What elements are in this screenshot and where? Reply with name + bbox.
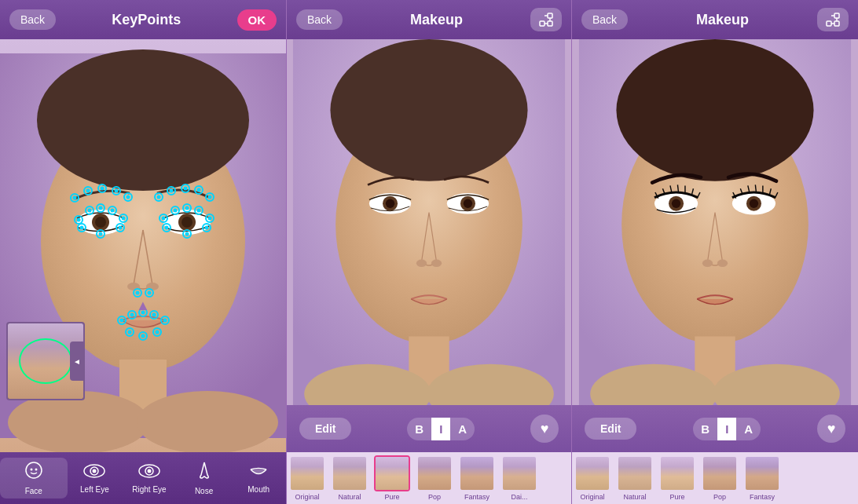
svg-point-37 xyxy=(197,209,201,213)
nav-label-left-eye: Left Eye xyxy=(80,485,109,494)
left-eye-icon xyxy=(83,462,105,483)
svg-point-65 xyxy=(148,291,152,295)
svg-point-94 xyxy=(147,469,151,473)
svg-point-49 xyxy=(130,313,134,317)
preset-pop-label-1: Pop xyxy=(428,493,441,501)
svg-line-143 xyxy=(755,184,756,192)
svg-point-11 xyxy=(182,217,192,228)
svg-point-53 xyxy=(152,313,156,317)
preset-pop-thumb-2 xyxy=(702,455,738,491)
nav-item-mouth[interactable]: Mouth xyxy=(231,462,286,494)
preset-pure-label-2: Pure xyxy=(669,493,684,501)
svg-point-67 xyxy=(73,196,77,200)
makeup-2-heart-button[interactable]: ♥ xyxy=(817,415,845,443)
svg-point-41 xyxy=(165,226,169,230)
makeup-2-share-button[interactable] xyxy=(817,8,849,31)
preset-fantasy-label-2: Fantasy xyxy=(750,493,775,501)
svg-rect-95 xyxy=(540,21,544,26)
preset-natural-thumb-1 xyxy=(332,455,368,491)
svg-point-57 xyxy=(128,331,132,334)
svg-point-35 xyxy=(185,206,189,210)
makeup-2-edit-button[interactable]: Edit xyxy=(585,418,636,440)
makeup-1-edit-button[interactable]: Edit xyxy=(299,418,351,440)
preset-original-1[interactable]: Original xyxy=(287,455,328,501)
preset-fantasy-thumb-2 xyxy=(744,455,780,491)
svg-rect-96 xyxy=(548,13,552,18)
keypoints-ok-button[interactable]: OK xyxy=(237,9,277,31)
keypoints-image-area: ◄ ▲ xyxy=(0,39,286,452)
preset-daily-label-1: Dai... xyxy=(511,493,527,501)
nav-item-face[interactable]: Face xyxy=(0,458,68,499)
svg-point-83 xyxy=(197,188,201,192)
preset-original-2[interactable]: Original xyxy=(572,455,613,501)
svg-point-61 xyxy=(156,331,160,334)
keypoints-back-button[interactable]: Back xyxy=(9,9,56,30)
makeup-1-heart-button[interactable]: ♥ xyxy=(530,415,559,443)
preset-original-img-1 xyxy=(291,457,324,490)
nav-item-left-eye[interactable]: Left Eye xyxy=(68,462,123,494)
preset-pop-label-2: Pop xyxy=(713,493,726,501)
preset-pure-thumb-2 xyxy=(659,455,695,491)
makeup-2-a-button[interactable]: A xyxy=(736,418,761,440)
makeup-1-bia-group: B I A xyxy=(407,418,475,440)
makeup-1-share-button[interactable] xyxy=(530,8,562,31)
svg-point-75 xyxy=(126,195,130,199)
makeup-2-back-button[interactable]: Back xyxy=(581,9,628,30)
svg-point-23 xyxy=(122,217,126,221)
makeup-1-a-button[interactable]: A xyxy=(450,418,475,440)
preset-pure-2[interactable]: Pure xyxy=(657,455,698,501)
preset-original-thumb-1 xyxy=(289,455,325,491)
makeup-1-presets-strip: Original Natural Pure Pop Fantasy xyxy=(287,452,571,504)
svg-point-114 xyxy=(431,260,442,268)
svg-point-15 xyxy=(77,218,81,222)
preset-pop-img-1 xyxy=(418,457,451,490)
preset-natural-thumb-2 xyxy=(617,455,653,491)
nav-item-right-eye[interactable]: Right Eye xyxy=(122,462,177,494)
keypoints-panel: Back KeyPoints OK xyxy=(0,0,286,504)
svg-point-25 xyxy=(80,226,84,230)
svg-point-88 xyxy=(35,469,37,471)
preset-fantasy-2[interactable]: Fantasy xyxy=(742,455,783,501)
makeup-2-b-button[interactable]: B xyxy=(693,418,717,440)
preset-natural-2[interactable]: Natural xyxy=(614,455,655,501)
right-eye-icon xyxy=(138,462,160,483)
svg-point-8 xyxy=(95,217,106,228)
face-thumbnail[interactable]: ◄ xyxy=(6,322,85,400)
preset-natural-1[interactable]: Natural xyxy=(329,455,370,501)
svg-point-148 xyxy=(717,260,728,268)
makeup-2-i-button[interactable]: I xyxy=(717,418,736,440)
svg-point-19 xyxy=(99,206,103,210)
preset-pop-1[interactable]: Pop xyxy=(414,455,455,501)
preset-pure-1[interactable]: Pure xyxy=(372,455,412,501)
preset-pop-img-2 xyxy=(703,457,736,490)
nav-label-face: Face xyxy=(25,487,42,495)
preset-daily-1[interactable]: Dai... xyxy=(499,455,540,501)
makeup-1-b-button[interactable]: B xyxy=(407,418,431,440)
makeup-2-controls: Edit B I A ♥ xyxy=(572,405,858,452)
svg-point-86 xyxy=(26,462,42,478)
svg-point-43 xyxy=(185,232,189,236)
thumbnail-face-outline xyxy=(19,338,72,384)
nav-item-nose[interactable]: Nose xyxy=(177,461,232,495)
makeup-1-back-button[interactable]: Back xyxy=(296,9,343,30)
preset-fantasy-1[interactable]: Fantasy xyxy=(456,455,497,501)
svg-point-87 xyxy=(30,469,32,471)
svg-point-17 xyxy=(88,209,92,213)
nav-label-mouth: Mouth xyxy=(248,485,270,494)
keypoints-bottom-nav: Face Left Eye Right Eye xyxy=(0,452,286,504)
preset-pop-thumb-1 xyxy=(416,455,453,491)
preset-pop-2[interactable]: Pop xyxy=(699,455,740,501)
svg-point-103 xyxy=(330,39,527,181)
svg-point-73 xyxy=(115,189,119,193)
face-image: ◄ ▲ xyxy=(0,39,286,452)
preset-natural-label-2: Natural xyxy=(623,493,646,501)
makeup-1-i-button[interactable]: I xyxy=(431,418,450,440)
svg-point-71 xyxy=(101,187,104,191)
svg-rect-116 xyxy=(834,13,839,18)
thumbnail-collapse-button[interactable]: ◄ xyxy=(70,341,84,381)
svg-point-5 xyxy=(137,391,278,452)
svg-point-2 xyxy=(37,49,249,191)
svg-point-29 xyxy=(119,226,123,230)
svg-point-27 xyxy=(99,232,103,236)
makeup-2-image-area xyxy=(572,39,858,405)
